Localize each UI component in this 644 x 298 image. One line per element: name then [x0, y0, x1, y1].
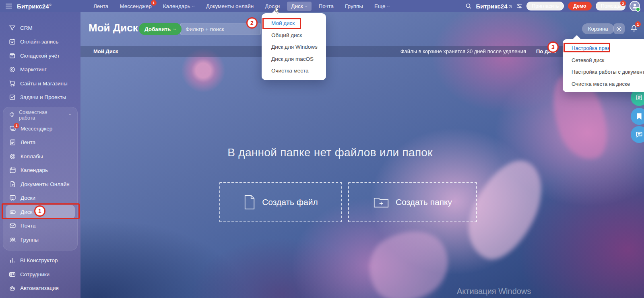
people-icon — [9, 236, 16, 243]
empty-folder-message: В данной папке нет файлов или папок — [219, 146, 441, 159]
search-icon[interactable] — [465, 3, 472, 9]
windows-activation-watermark: Активация Windows — [457, 287, 531, 296]
hamburger-menu-icon[interactable] — [6, 4, 12, 8]
sidebar-item[interactable]: Документы Онлайн — [3, 177, 77, 191]
sidebar-item[interactable]: CRM — [0, 21, 80, 35]
top-nav-item[interactable]: Мессенджер 1 — [116, 2, 155, 11]
chevron-down-icon: ⌵ — [387, 4, 390, 8]
sidebar-item[interactable]: Календарь — [3, 163, 77, 178]
sidebar-top-section: CRM Онлайн-запись Складской учёт Маркети… — [0, 21, 80, 104]
disk-menu-item[interactable]: Диск для macOS — [262, 53, 326, 65]
sidebar-item[interactable]: Почта — [3, 219, 77, 233]
sidebar-item[interactable]: 1 Мессенджер — [3, 122, 77, 136]
sidebar-item[interactable]: Доски — [3, 191, 77, 205]
top-nav-item[interactable]: Доски — [261, 2, 284, 11]
settings-menu-item[interactable]: Очистка места на диске — [563, 78, 644, 90]
collab-icon — [9, 153, 16, 160]
settings-menu-item[interactable]: Сетевой диск — [563, 54, 644, 66]
chevron-up-icon: ⌃ — [68, 113, 72, 118]
sidebar-item[interactable]: Задачи и Проекты — [0, 91, 80, 105]
cart-icon — [9, 80, 16, 87]
invite-button[interactable]: Пригласить — [526, 2, 564, 10]
disk-menu-item[interactable]: Мой диск — [262, 17, 326, 29]
calendar-icon — [9, 167, 16, 174]
bi-chart-icon — [9, 257, 16, 264]
topbar-left: Битрикс24© — [0, 3, 80, 10]
topbar: Битрикс24© Лента Мессенджер 1 Календарь … — [0, 0, 644, 12]
chat-bubble-icon — [636, 131, 643, 138]
top-nav-item[interactable]: Документы онлайн — [202, 2, 258, 11]
settings-menu-item[interactable]: Настройка работы с документами — [563, 66, 644, 78]
divider — [531, 49, 531, 54]
settings-dropdown-menu: Настройка правСетевой дискНастройка рабо… — [563, 39, 644, 92]
clock-icon: ◷ — [509, 4, 512, 8]
breadcrumb-strip: Мой Диск Файлы в корзине хранятся 30 дне… — [80, 46, 644, 57]
disk-menu-item[interactable]: Общий диск — [262, 29, 326, 41]
sidebar-item[interactable]: BI Конструктор — [0, 254, 80, 268]
top-nav-item[interactable]: Диск ⌵ — [287, 2, 311, 11]
portal-brand[interactable]: Битрикс24◷ — [476, 3, 512, 10]
sidebar-item[interactable]: Диск — [6, 205, 75, 219]
breadcrumb[interactable]: Мой Диск — [93, 48, 118, 54]
gear-button[interactable] — [613, 23, 625, 34]
gear-icon — [616, 26, 622, 32]
sidebar-item[interactable]: Группы — [3, 233, 77, 247]
create-folder-button[interactable]: Создать папку — [348, 182, 477, 222]
demo-button[interactable]: Демо — [568, 2, 592, 10]
sidebar-item[interactable]: Автоматизация — [0, 281, 80, 296]
sort-by-date-control[interactable]: По дате — [536, 48, 556, 54]
top-nav-item[interactable]: Еще ⌵ — [370, 2, 394, 11]
help-button[interactable]: Помощь2 — [596, 2, 625, 10]
sidebar-group-header[interactable]: Совместная работа ⌃ — [3, 109, 77, 122]
chevron-down-icon: ⌵ — [173, 27, 176, 31]
sidebar-item[interactable]: Сотрудники — [0, 267, 80, 281]
disk-menu-item[interactable]: Диск для Windows — [262, 41, 326, 53]
top-nav-item[interactable]: Лента — [89, 2, 112, 11]
trash-button[interactable]: Корзина — [582, 23, 614, 34]
notification-badge: 1 — [14, 123, 19, 128]
filter-search-input[interactable] — [180, 23, 261, 35]
folder-plus-icon — [373, 196, 389, 209]
sidebar-item[interactable]: Лента — [3, 136, 77, 150]
sidebar-item[interactable]: Складской учёт — [0, 49, 80, 63]
sidebar-item[interactable]: Маркетинг — [0, 63, 80, 77]
sidebar-item[interactable]: Коллабы — [3, 149, 77, 163]
file-icon — [244, 195, 256, 210]
badge-card-icon — [9, 271, 16, 278]
app-logo[interactable]: Битрикс24© — [17, 3, 52, 10]
board-icon — [9, 195, 16, 201]
sidebar-bottom-section: BI Конструктор Сотрудники Автоматизация — [0, 254, 80, 296]
page-title: Мой Диск — [89, 22, 138, 34]
task-check-icon — [9, 94, 16, 101]
add-button[interactable]: Добавить⌵ — [139, 23, 182, 35]
online-status-dot — [636, 7, 640, 12]
chat-icon: 1 — [9, 125, 16, 132]
topbar-right: Битрикс24◷ Пригласить Демо Помощь2 — [465, 1, 644, 11]
bookmark-icon — [636, 113, 642, 120]
top-nav-item[interactable]: Группы — [341, 2, 367, 11]
notifications-bell-button[interactable]: 1 — [629, 23, 639, 34]
feed-icon — [9, 139, 16, 146]
sidebar-item[interactable]: Онлайн-запись — [0, 35, 80, 49]
sidebar-item[interactable]: Сайты и Магазины — [0, 77, 80, 91]
document-icon — [9, 181, 16, 188]
robot-icon — [9, 285, 16, 292]
top-nav: Лента Мессенджер 1 Календарь ⌵ Документы… — [89, 2, 394, 11]
chevron-down-icon: ⌵ — [192, 4, 195, 8]
puzzle-icon — [9, 112, 15, 119]
chevron-down-icon: ⌵ — [305, 4, 308, 8]
settings-menu-item[interactable]: Настройка прав — [563, 42, 644, 54]
disk-menu-item[interactable]: Очистка места — [262, 65, 326, 77]
funnel-icon — [9, 25, 16, 31]
create-file-button[interactable]: Создать файл — [219, 182, 342, 222]
user-avatar[interactable] — [630, 1, 640, 11]
top-nav-item[interactable]: Календарь ⌵ — [159, 2, 199, 11]
warehouse-icon — [9, 52, 16, 59]
disk-dropdown-menu: Мой дискОбщий дискДиск для WindowsДиск д… — [262, 13, 326, 80]
help-badge: 2 — [620, 0, 626, 6]
top-nav-item[interactable]: Почта — [315, 2, 338, 11]
disk-icon — [9, 209, 16, 215]
sliders-icon[interactable] — [516, 3, 522, 9]
sidebar: CRM Онлайн-запись Складской учёт Маркети… — [0, 12, 80, 298]
news-icon — [636, 94, 643, 101]
